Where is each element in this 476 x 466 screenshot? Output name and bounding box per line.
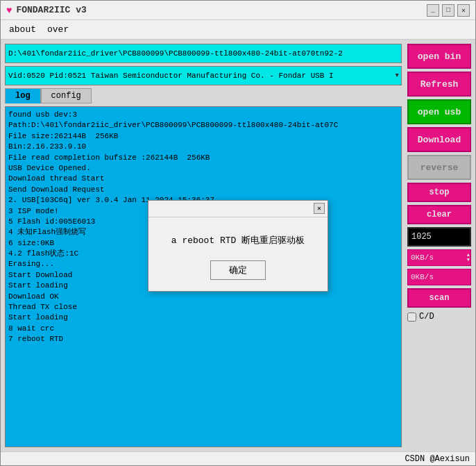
close-button[interactable]: ✕ (457, 4, 470, 17)
menu-bar: about over (1, 20, 475, 40)
heart-icon: ♥ (6, 5, 12, 16)
menu-over[interactable]: over (42, 22, 74, 38)
title-bar-controls: _ □ ✕ (427, 4, 470, 17)
watermark-text: CSDN @Aexisun (405, 454, 470, 464)
content-wrapper: Vid:0520 Pid:0521 Taiwan Semiconductor M… (1, 40, 475, 451)
title-bar: ♥ FONDAR2IIC v3 _ □ ✕ (1, 1, 475, 20)
modal-body: a reboot RTD 断电重启驱动板 确定 (148, 217, 328, 291)
main-window: ♥ FONDAR2IIC v3 _ □ ✕ about over Vid:052… (0, 0, 476, 466)
minimize-button[interactable]: _ (427, 4, 439, 17)
modal-close-button[interactable]: ✕ (314, 203, 325, 214)
bottom-bar: CSDN @Aexisun (1, 451, 475, 465)
modal-title-bar: ✕ (148, 201, 328, 217)
modal-overlay: ✕ a reboot RTD 断电重启驱动板 确定 (1, 40, 475, 451)
maximize-button[interactable]: □ (442, 4, 454, 17)
modal-message: a reboot RTD 断电重启驱动板 (160, 234, 316, 247)
modal-ok-button[interactable]: 确定 (210, 260, 266, 280)
title-bar-left: ♥ FONDAR2IIC v3 (6, 5, 87, 16)
modal-dialog: ✕ a reboot RTD 断电重启驱动板 确定 (148, 200, 328, 292)
window-title: FONDAR2IIC v3 (16, 5, 86, 15)
menu-about[interactable]: about (3, 22, 42, 38)
